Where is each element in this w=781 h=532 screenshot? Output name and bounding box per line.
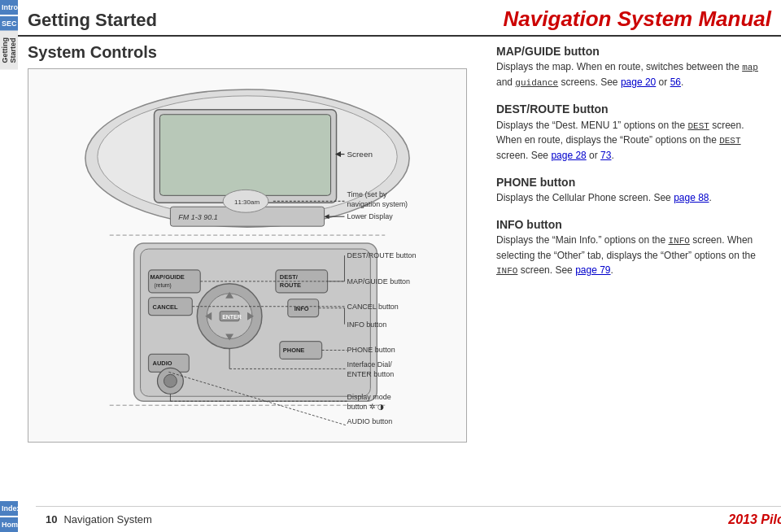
svg-text:CANCEL: CANCEL — [153, 303, 179, 311]
svg-text:INFO: INFO — [295, 305, 309, 312]
phone-description: PHONE button Displays the Cellular Phone… — [496, 174, 771, 205]
svg-text:AUDIO: AUDIO — [153, 360, 172, 367]
svg-text:(return): (return) — [155, 282, 172, 289]
dest-route-text: Displays the “Dest. MENU 1” options on t… — [496, 118, 771, 163]
svg-text:CANCEL button: CANCEL button — [347, 303, 398, 311]
svg-text:ROUTE: ROUTE — [280, 281, 301, 289]
dest-route-link2[interactable]: 73 — [600, 150, 611, 161]
footer-nav-system: Navigation System — [63, 513, 151, 525]
map-guide-title-text: MAP/GUIDE button — [496, 45, 600, 58]
header: Getting Started Navigation System Manual — [18, 0, 781, 37]
svg-text:DEST/ROUTE button: DEST/ROUTE button — [347, 251, 416, 259]
dest-route-link1[interactable]: page 28 — [551, 150, 586, 161]
dest-route-description: DEST/ROUTE button Displays the “Dest. ME… — [496, 101, 771, 162]
footer-year-model: 2013 Pilot — [728, 512, 781, 527]
svg-text:MAP/GUIDE button: MAP/GUIDE button — [347, 277, 410, 286]
sidebar-item-index[interactable]: Index — [0, 501, 18, 516]
page-number: 10 — [46, 513, 57, 525]
content-area: System Controls Screen FM 1-3 90.1 11:30 — [18, 37, 781, 495]
phone-title: PHONE button — [496, 174, 771, 190]
sidebar-item-home[interactable]: Home — [0, 517, 18, 532]
svg-text:Screen: Screen — [347, 150, 373, 159]
svg-text:PHONE: PHONE — [283, 347, 305, 354]
svg-text:11:30am: 11:30am — [234, 198, 260, 206]
map-guide-title: MAP/GUIDE button — [496, 43, 771, 59]
svg-text:Lower Display: Lower Display — [347, 212, 393, 220]
info-description: INFO button Displays the “Main Info.” op… — [496, 216, 771, 277]
svg-text:INFO button: INFO button — [347, 321, 386, 329]
page-title: Getting Started — [28, 10, 157, 31]
section-title: System Controls — [28, 43, 483, 62]
svg-text:AUDIO button: AUDIO button — [347, 417, 392, 425]
sidebar-item-intro[interactable]: Intro — [0, 0, 18, 15]
svg-text:MAP/GUIDE: MAP/GUIDE — [151, 273, 185, 281]
sidebar: Intro SEC Getting Started Index Home — [0, 0, 18, 532]
footer: 10 Navigation System 2013 Pilot — [36, 506, 781, 532]
svg-text:DEST/: DEST/ — [280, 273, 298, 281]
manual-title: Navigation System Manual — [504, 7, 771, 32]
sidebar-item-sec[interactable]: SEC — [0, 16, 18, 31]
svg-text:FM 1-3   90.1: FM 1-3 90.1 — [178, 213, 217, 221]
svg-text:Interface Dial/: Interface Dial/ — [347, 360, 392, 368]
sidebar-item-getting-started[interactable]: Getting Started — [0, 31, 18, 70]
map-guide-text: Displays the map. When en route, switche… — [496, 59, 771, 89]
system-controls-diagram: Screen FM 1-3 90.1 11:30am Time (set by … — [28, 68, 467, 443]
svg-text:navigation system): navigation system) — [347, 200, 408, 208]
svg-text:ENTER: ENTER — [222, 314, 242, 320]
svg-point-41 — [164, 374, 177, 387]
dest-route-title: DEST/ROUTE button — [496, 101, 771, 117]
phone-link1[interactable]: page 88 — [674, 192, 709, 203]
info-text: Displays the “Main Info.” options on the… — [496, 233, 771, 277]
svg-text:PHONE button: PHONE button — [347, 346, 395, 354]
info-link1[interactable]: page 79 — [575, 264, 610, 276]
diagram-area: System Controls Screen FM 1-3 90.1 11:30 — [28, 43, 483, 489]
map-guide-description: MAP/GUIDE button Displays the map. When … — [496, 43, 771, 89]
svg-text:Display mode: Display mode — [347, 393, 390, 401]
main-content: Getting Started Navigation System Manual… — [18, 0, 781, 532]
svg-rect-3 — [159, 115, 330, 196]
phone-text: Displays the Cellular Phone screen. See … — [496, 190, 771, 205]
svg-text:Time (set by: Time (set by — [347, 190, 386, 198]
info-title: INFO button — [496, 216, 771, 233]
svg-text:ENTER button: ENTER button — [347, 370, 394, 378]
description-area: MAP/GUIDE button Displays the map. When … — [483, 43, 771, 489]
map-guide-link2[interactable]: 56 — [670, 76, 681, 88]
svg-text:button ✲ ◑: button ✲ ◑ — [347, 403, 384, 411]
map-guide-link1[interactable]: page 20 — [621, 76, 656, 88]
